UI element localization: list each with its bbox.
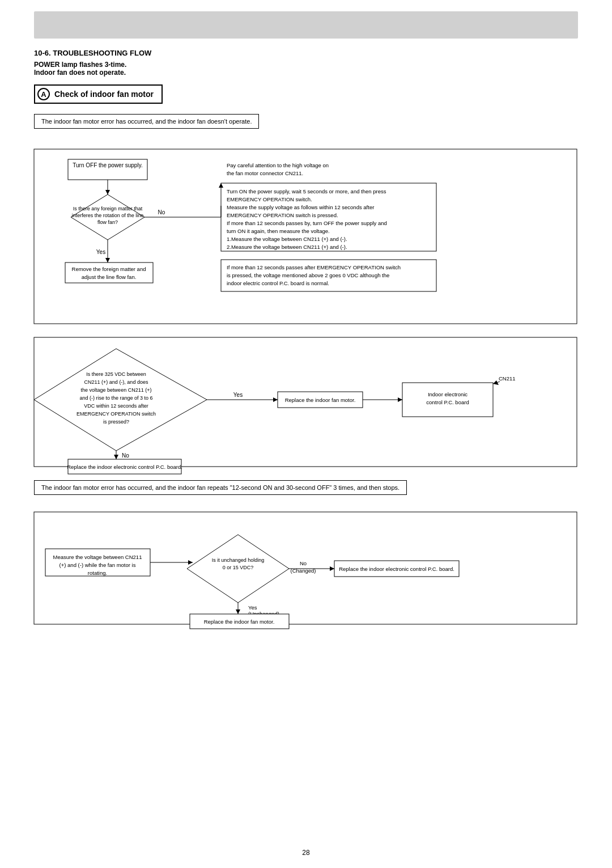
svg-text:Is it unchanged holding: Is it unchanged holding: [212, 557, 265, 563]
svg-text:Is there 325 VDC between: Is there 325 VDC between: [86, 371, 146, 377]
svg-text:EMERGENCY OPERATION switch is : EMERGENCY OPERATION switch is pressed.: [227, 212, 338, 218]
flowchart-section-3: Measure the voltage between CN211 (+) an…: [34, 512, 578, 626]
check-heading: Check of indoor fan motor: [54, 90, 154, 99]
svg-text:No: No: [300, 560, 307, 566]
svg-text:indoor electric control P.C. b: indoor electric control P.C. board is no…: [227, 280, 329, 286]
svg-text:VDC within 12 seconds after: VDC within 12 seconds after: [84, 403, 148, 409]
flowchart-svg-1: Turn OFF the power supply. Is there any …: [34, 149, 578, 325]
svg-text:Indoor electronic: Indoor electronic: [428, 391, 468, 397]
svg-text:Yes: Yes: [248, 604, 257, 611]
svg-text:control P.C. board: control P.C. board: [426, 399, 469, 405]
svg-text:(Changed): (Changed): [291, 568, 316, 574]
svg-text:Pay careful attention to the h: Pay careful attention to the high voltag…: [227, 162, 329, 168]
svg-text:and    (-) rise to the range o: and (-) rise to the range of 3 to 6: [79, 395, 152, 401]
svg-text:EMERGENCY OPERATION switch.: EMERGENCY OPERATION switch.: [227, 196, 312, 202]
svg-text:CN211   (+) and    (-), and do: CN211 (+) and (-), and does: [84, 379, 148, 385]
svg-text:adjust the line flow fan.: adjust the line flow fan.: [82, 274, 137, 280]
svg-text:If more than 12 seconds passes: If more than 12 seconds passes after EME…: [227, 264, 401, 270]
svg-text:Measure the voltage between CN: Measure the voltage between CN211: [53, 554, 142, 560]
svg-text:CN211: CN211: [499, 375, 516, 382]
svg-text:2.Measure the voltage between : 2.Measure the voltage between CN211 (+) …: [227, 244, 347, 250]
svg-text:Replace the indoor fan motor.: Replace the indoor fan motor.: [204, 619, 275, 625]
svg-text:Remove the foreign matter and: Remove the foreign matter and: [72, 266, 146, 272]
circle-a-label: A: [37, 88, 50, 100]
svg-text:No: No: [158, 209, 165, 215]
svg-text:(+) and    (-) while the fan m: (+) and (-) while the fan motor is: [60, 562, 136, 568]
flowchart-section-2: Is there 325 VDC between CN211 (+) and (…: [34, 337, 578, 469]
flowchart-svg-3: Measure the voltage between CN211 (+) an…: [34, 512, 578, 625]
subtitle-line1: POWER lamp flashes 3-time.: [34, 61, 126, 69]
svg-text:1.Measure the voltage between : 1.Measure the voltage between CN211 (+) …: [227, 236, 347, 242]
svg-text:turn ON it again, then measure: turn ON it again, then measure the volta…: [227, 228, 330, 234]
page-number: 28: [302, 849, 309, 857]
top-info-box: The indoor fan motor error has occurred,…: [34, 114, 259, 129]
flowchart-svg-2: Is there 325 VDC between CN211 (+) and (…: [34, 337, 578, 468]
svg-text:is pressed, the voltage mentio: is pressed, the voltage mentioned above …: [227, 272, 389, 278]
svg-text:the fan motor connector CN211.: the fan motor connector CN211.: [227, 170, 303, 176]
svg-text:No: No: [122, 452, 129, 459]
svg-text:Measure the supply voltage as : Measure the supply voltage as follows wi…: [227, 204, 374, 210]
section2-info-box: The indoor fan motor error has occurred,…: [34, 480, 407, 495]
svg-text:the voltage between CN211   (+: the voltage between CN211 (+): [81, 387, 152, 393]
svg-text:Turn ON the power supply, wait: Turn ON the power supply, wait 5 seconds…: [227, 188, 386, 194]
svg-text:interferes the rotation of the: interferes the rotation of the line: [72, 213, 144, 218]
subsection-title: POWER lamp flashes 3-time. Indoor fan do…: [34, 61, 578, 77]
subtitle-line2: Indoor fan does not operate.: [34, 69, 126, 77]
svg-text:0 or 15 VDC?: 0 or 15 VDC?: [223, 565, 254, 570]
svg-text:EMERGENCY OPERATION switch: EMERGENCY OPERATION switch: [76, 411, 156, 417]
svg-text:Replace the indoor fan motor.: Replace the indoor fan motor.: [285, 397, 356, 403]
header-bar: [34, 11, 578, 39]
page-container: 10-6. TROUBLESHOOTING FLOW POWER lamp fl…: [0, 0, 612, 868]
svg-text:If more than 12 seconds passes: If more than 12 seconds passes by, turn …: [227, 220, 387, 226]
svg-text:is pressed?: is pressed?: [103, 419, 129, 425]
svg-text:Yes: Yes: [96, 249, 105, 255]
svg-text:Replace the indoor electronic : Replace the indoor electronic control P.…: [67, 464, 182, 470]
svg-text:Yes: Yes: [233, 392, 243, 398]
svg-text:Turn OFF the power supply.: Turn OFF the power supply.: [73, 162, 142, 168]
section-title: 10-6. TROUBLESHOOTING FLOW: [34, 49, 578, 57]
svg-text:Replace the indoor electronic : Replace the indoor electronic control P.…: [339, 566, 454, 572]
svg-text:flow fan?: flow fan?: [97, 219, 118, 225]
svg-text:rotating.: rotating.: [88, 570, 107, 576]
section-a-heading: A Check of indoor fan motor: [34, 84, 163, 104]
flowchart-section-1: Turn OFF the power supply. Is there any …: [34, 149, 578, 326]
svg-text:Is there any foreign matter th: Is there any foreign matter that: [73, 206, 143, 211]
